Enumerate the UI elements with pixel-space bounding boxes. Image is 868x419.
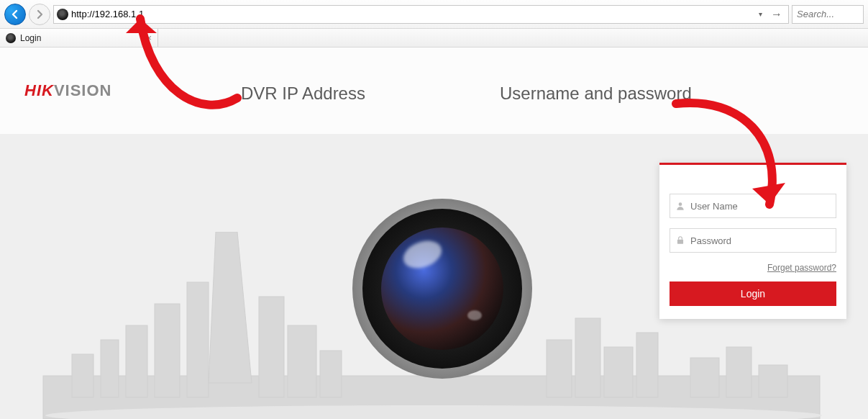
svg-rect-8 bbox=[288, 325, 316, 397]
username-input[interactable] bbox=[690, 194, 836, 217]
arrow-right-icon bbox=[34, 9, 45, 20]
svg-rect-14 bbox=[690, 358, 719, 397]
svg-rect-4 bbox=[155, 304, 180, 397]
svg-rect-1 bbox=[72, 354, 93, 397]
browser-search-box[interactable] bbox=[792, 5, 864, 24]
tab-strip: Login × bbox=[0, 29, 868, 48]
camera-lens-illustration bbox=[352, 199, 532, 379]
svg-rect-3 bbox=[126, 325, 147, 397]
svg-rect-19 bbox=[677, 240, 683, 244]
forgot-password-row: Forget password? bbox=[670, 263, 836, 273]
page-content: HIKVISION bbox=[0, 48, 868, 419]
svg-rect-9 bbox=[320, 351, 342, 397]
brand-part1: HIK bbox=[24, 81, 54, 99]
tab-favicon-icon bbox=[6, 33, 16, 43]
svg-marker-6 bbox=[209, 232, 252, 383]
tab-login[interactable]: Login × bbox=[0, 29, 158, 47]
password-field[interactable] bbox=[670, 228, 836, 253]
hero-section: Forget password? Login bbox=[0, 134, 868, 419]
lock-icon bbox=[670, 235, 690, 245]
svg-rect-7 bbox=[259, 297, 284, 397]
svg-rect-10 bbox=[547, 340, 572, 397]
address-dropdown-icon[interactable]: ▾ bbox=[756, 10, 765, 18]
svg-rect-15 bbox=[726, 347, 751, 397]
address-bar[interactable]: ▾ → bbox=[53, 5, 789, 24]
nav-forward-button[interactable] bbox=[29, 4, 50, 25]
svg-rect-5 bbox=[187, 282, 209, 397]
brand-part2: VISION bbox=[54, 81, 112, 99]
forgot-password-link[interactable]: Forget password? bbox=[767, 263, 836, 273]
browser-toolbar: ▾ → bbox=[0, 0, 868, 29]
login-panel: Forget password? Login bbox=[659, 163, 846, 319]
svg-rect-11 bbox=[575, 318, 600, 397]
close-icon[interactable]: × bbox=[146, 32, 152, 43]
svg-rect-16 bbox=[759, 365, 787, 397]
search-input[interactable] bbox=[792, 9, 863, 19]
brand-logo: HIKVISION bbox=[24, 81, 111, 100]
svg-point-18 bbox=[679, 202, 682, 206]
password-input[interactable] bbox=[690, 229, 836, 252]
tab-title: Login bbox=[20, 33, 142, 43]
url-input[interactable] bbox=[71, 6, 753, 23]
svg-rect-12 bbox=[604, 347, 633, 397]
site-favicon-icon bbox=[57, 9, 68, 20]
login-button[interactable]: Login bbox=[670, 281, 836, 306]
arrow-left-icon bbox=[9, 9, 21, 20]
svg-rect-13 bbox=[636, 333, 658, 397]
svg-rect-2 bbox=[101, 340, 119, 397]
user-icon bbox=[670, 201, 690, 211]
nav-back-button[interactable] bbox=[4, 4, 26, 25]
go-button[interactable]: → bbox=[768, 8, 785, 21]
username-field[interactable] bbox=[670, 194, 836, 218]
page-header: HIKVISION bbox=[0, 48, 868, 134]
